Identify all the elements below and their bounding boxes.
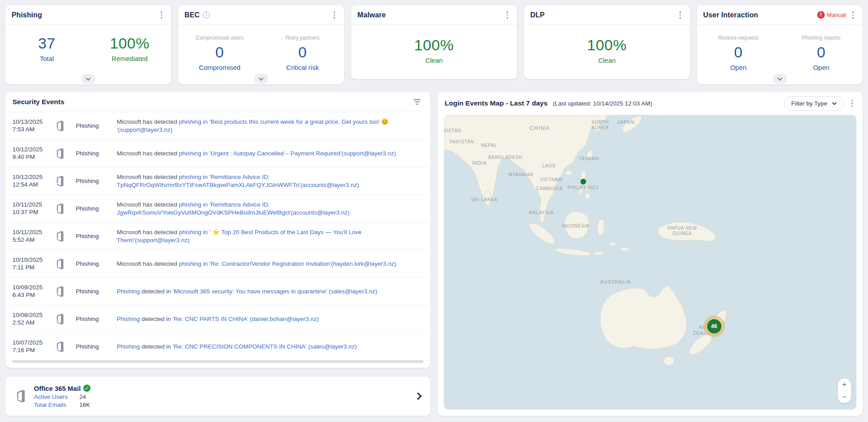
event-description: Microsoft has detected phishing in 'Urge… — [117, 150, 423, 158]
metric-label: Total — [20, 55, 74, 62]
office-365-icon — [55, 120, 76, 132]
event-description: Microsoft has detected phishing in 'Remi… — [117, 201, 423, 216]
office-365-mail-card[interactable]: Office 365 Mail ✓ Active Users 24 Total … — [5, 377, 430, 416]
filter-icon[interactable] — [411, 97, 423, 107]
total-emails-value: 16K — [79, 402, 90, 408]
active-users-stat: Active Users 24 — [34, 394, 90, 400]
card-phishing: Phishing 37 Total 100% Remediated — [5, 5, 171, 85]
office-365-icon — [55, 175, 76, 187]
card-title: Phishing — [12, 11, 42, 19]
total-emails-stat: Total Emails 16K — [34, 402, 90, 408]
office-365-icon — [15, 390, 27, 403]
metric-value: 0 — [712, 44, 765, 61]
security-event-row[interactable]: 10/07/20257:16 PM Phishing Phishing dete… — [5, 333, 430, 361]
event-description: Microsoft has detected phishing in 'Re: … — [117, 260, 423, 268]
metric-value: 0 — [193, 44, 246, 61]
security-event-row[interactable]: 10/11/202510:37 PM Phishing Microsoft ha… — [5, 195, 430, 223]
metric-label: Clean — [407, 57, 461, 64]
metric-label: Critical risk — [276, 64, 329, 71]
metric-top-label: Risky partners — [276, 35, 329, 41]
card-expand-button[interactable] — [82, 74, 95, 84]
kebab-menu-icon[interactable] — [850, 8, 857, 21]
active-users-link[interactable]: Active Users — [34, 394, 73, 400]
event-type: Phishing — [76, 205, 117, 212]
event-description: Phishing detected in 'Microsoft 365 secu… — [117, 288, 423, 296]
zoom-in-button[interactable]: + — [838, 378, 851, 391]
filter-by-type-dropdown[interactable]: Filter by Type — [784, 96, 843, 111]
event-datetime: 10/11/20255:52 AM — [12, 229, 55, 244]
card-title: Malware — [357, 11, 386, 19]
login-event-marker[interactable] — [580, 179, 586, 184]
kebab-menu-icon[interactable] — [677, 8, 684, 21]
card-malware-header: Malware — [351, 5, 517, 25]
security-event-row[interactable]: 10/12/202512:54 AM Phishing Microsoft ha… — [5, 167, 430, 195]
event-type: Phishing — [76, 343, 117, 350]
metric-value: 100% — [103, 35, 156, 52]
event-description: Microsoft has detected phishing in 'Best… — [117, 118, 423, 134]
chevron-right-icon[interactable] — [414, 393, 422, 400]
chevron-down-icon — [832, 101, 836, 105]
event-type: Phishing — [76, 260, 117, 267]
login-events-map-panel: Login Events Map - Last 7 days (Last upd… — [438, 92, 863, 416]
metric-label: Open — [712, 64, 765, 71]
security-event-row[interactable]: 10/09/20256:43 PM Phishing Phishing dete… — [5, 278, 430, 305]
metric-compromised: Compromised users 0 Compromised — [193, 35, 246, 71]
metric-value: 0 — [794, 44, 848, 61]
chevron-down-icon — [777, 76, 782, 81]
kebab-menu-icon[interactable] — [331, 8, 338, 21]
security-event-row[interactable]: 10/08/20252:52 AM Phishing Phishing dete… — [5, 305, 430, 333]
office-card-title: Office 365 Mail — [34, 385, 81, 392]
card-user-interaction-header: User Interaction ! Manual — [697, 5, 863, 25]
login-event-cluster-marker[interactable]: 46 — [704, 316, 725, 337]
metric-phishing-reports: Phishing reports 0 Open — [794, 35, 848, 71]
event-datetime: 10/12/202512:54 AM — [12, 174, 55, 189]
map-last-updated: (Last updated: 10/14/2025 12:03 AM) — [553, 100, 652, 107]
security-event-row[interactable]: 10/12/20259:40 PM Phishing Microsoft has… — [5, 140, 430, 167]
office-365-icon — [55, 341, 76, 353]
event-type: Phishing — [76, 178, 117, 184]
manual-status-badge: ! Manual — [817, 11, 846, 19]
event-type: Phishing — [76, 233, 117, 239]
world-map[interactable]: + − ANISTANPAKISTANNEPALINDIABANGLADESHC… — [444, 115, 856, 410]
event-description: Phishing detected in 'Re: CNC PRECISION … — [117, 343, 423, 351]
kebab-menu-icon[interactable] — [158, 8, 165, 21]
card-bec-header: BEC i — [178, 5, 344, 25]
card-expand-button[interactable] — [254, 74, 268, 84]
metric-value: 0 — [276, 44, 329, 61]
card-phishing-header: Phishing — [5, 5, 171, 25]
office-365-icon — [55, 313, 76, 325]
metric-value: 100% — [580, 37, 634, 54]
dashboard-page: Phishing 37 Total 100% Remediated BEC i — [0, 0, 868, 422]
map-zoom-control: + − — [838, 378, 851, 403]
event-datetime: 10/13/20257:53 AM — [12, 118, 55, 134]
security-events-list: 10/13/20257:53 AM Phishing Microsoft has… — [5, 112, 430, 368]
active-users-value: 24 — [79, 394, 86, 400]
map-title: Login Events Map - Last 7 days — [445, 99, 548, 107]
metric-clean: 100% Clean — [580, 37, 634, 64]
event-datetime: 10/09/20256:43 PM — [12, 284, 55, 299]
alert-icon: ! — [817, 11, 825, 19]
security-event-row[interactable]: 10/13/20257:53 AM Phishing Microsoft has… — [5, 112, 430, 140]
total-emails-link[interactable]: Total Emails — [34, 402, 73, 408]
event-datetime: 10/08/20252:52 AM — [12, 312, 55, 327]
cluster-count: 46 — [707, 319, 721, 333]
metric-clean: 100% Clean — [407, 37, 461, 64]
info-icon[interactable]: i — [203, 12, 210, 18]
chevron-down-icon — [86, 76, 90, 81]
metric-top-label: Restore requests — [712, 35, 765, 41]
card-expand-button[interactable] — [773, 74, 786, 84]
event-datetime: 10/07/20257:16 PM — [12, 339, 55, 354]
security-event-row[interactable]: 10/10/20257:11 PM Phishing Microsoft has… — [5, 250, 430, 278]
metric-restore-requests: Restore requests 0 Open — [712, 35, 765, 71]
office-365-icon — [55, 286, 76, 297]
card-title: DLP — [530, 11, 545, 19]
kebab-menu-icon[interactable] — [849, 97, 856, 110]
metric-critical-risk: Risky partners 0 Critical risk — [276, 35, 329, 71]
office-365-icon — [55, 231, 76, 242]
security-event-row[interactable]: 10/11/20255:52 AM Phishing Microsoft has… — [5, 223, 430, 250]
metric-label: Clean — [580, 57, 634, 64]
verified-check-icon: ✓ — [83, 385, 90, 392]
security-events-header: Security Events — [5, 92, 430, 112]
office-365-icon — [55, 203, 76, 215]
kebab-menu-icon[interactable] — [504, 8, 511, 21]
